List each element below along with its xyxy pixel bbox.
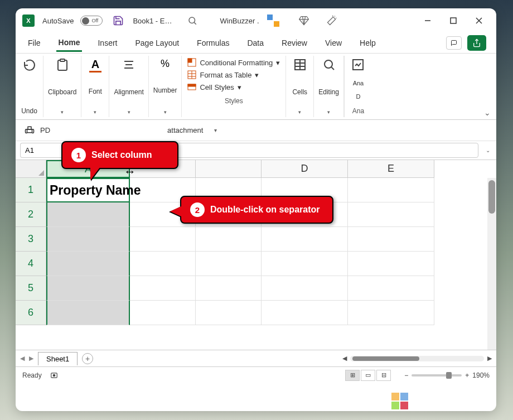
cell-a6[interactable] <box>46 301 130 325</box>
cell-a5[interactable] <box>46 276 130 301</box>
zoom-slider[interactable] <box>412 374 462 376</box>
scrollbar-thumb[interactable] <box>352 356 419 361</box>
tab-view[interactable]: View <box>323 35 344 51</box>
cell-d4[interactable] <box>262 252 348 276</box>
scrollbar-track[interactable] <box>350 356 484 361</box>
cell-e5[interactable] <box>348 276 434 301</box>
cell-d3[interactable] <box>262 227 348 252</box>
cell-c4[interactable] <box>196 252 262 276</box>
chevron-down-icon[interactable]: ▾ <box>214 127 217 133</box>
cell-c5[interactable] <box>196 276 262 301</box>
group-font[interactable]: A Font ▾ <box>81 56 109 117</box>
scroll-left-icon[interactable]: ◀ <box>342 355 347 362</box>
minimize-button[interactable] <box>415 8 441 33</box>
add-sheet-button[interactable]: + <box>82 353 93 364</box>
sheet-nav-next-icon[interactable]: ▶ <box>29 355 33 362</box>
tab-review[interactable]: Review <box>279 35 309 51</box>
tab-page-layout[interactable]: Page Layout <box>133 35 181 51</box>
horizontal-scrollbar[interactable]: ◀ ▶ <box>342 355 492 362</box>
undo-icon <box>23 58 36 71</box>
row-5: 5 <box>16 276 496 301</box>
cell-b3[interactable] <box>130 227 196 252</box>
cell-e4[interactable] <box>348 252 434 276</box>
save-icon[interactable] <box>113 15 124 26</box>
tab-home[interactable]: Home <box>56 35 83 52</box>
select-all-button[interactable] <box>16 160 46 178</box>
cell-a2[interactable] <box>46 202 130 227</box>
search-icon[interactable] <box>187 16 197 26</box>
maximize-button[interactable] <box>441 8 466 33</box>
cell-e3[interactable] <box>348 227 434 252</box>
tab-file[interactable]: File <box>26 35 43 51</box>
cell-e2[interactable] <box>348 202 434 227</box>
row-header-2[interactable]: 2 <box>16 202 46 227</box>
group-undo[interactable]: Undo <box>16 56 43 117</box>
diamond-icon[interactable] <box>298 15 309 26</box>
sheet-tab-sheet1[interactable]: Sheet1 <box>38 352 78 365</box>
tab-data[interactable]: Data <box>245 35 266 51</box>
cell-a4[interactable] <box>46 252 130 276</box>
cell-c6[interactable] <box>196 301 262 325</box>
row-header-4[interactable]: 4 <box>16 252 46 276</box>
cell-b5[interactable] <box>130 276 196 301</box>
cell-a1[interactable]: Property Name <box>46 178 130 202</box>
expand-formula-bar[interactable]: ⌄ <box>483 141 493 160</box>
sheet-nav-prev-icon[interactable]: ◀ <box>20 355 25 362</box>
collapse-ribbon-button[interactable]: ⌄ <box>484 108 491 117</box>
zoom-in-button[interactable]: + <box>465 371 469 379</box>
number-label: Number <box>153 86 177 94</box>
zoom-out-button[interactable]: − <box>404 371 408 379</box>
row-header-5[interactable]: 5 <box>16 276 46 301</box>
page-break-view-button[interactable]: ⊟ <box>376 370 391 381</box>
column-header-d[interactable]: D <box>262 160 348 178</box>
group-analyze[interactable]: Ana D Ana <box>344 56 372 117</box>
zoom-percent[interactable]: 190% <box>472 371 490 379</box>
group-editing[interactable]: Editing ▾ <box>314 56 344 117</box>
page-layout-view-button[interactable]: ▭ <box>361 370 375 381</box>
pdf-button-partial[interactable]: PD <box>40 126 50 134</box>
row-header-1[interactable]: 1 <box>16 178 46 202</box>
normal-view-button[interactable]: ⊞ <box>345 370 360 381</box>
group-clipboard[interactable]: Clipboard ▾ <box>43 56 81 117</box>
row-4: 4 <box>16 252 496 276</box>
cell-a1-value: Property Name <box>50 183 141 198</box>
attachment-label[interactable]: attachment <box>167 126 203 134</box>
cell-d5[interactable] <box>262 276 348 301</box>
account-name[interactable]: WinBuzzer . <box>220 17 259 25</box>
tab-insert[interactable]: Insert <box>95 35 119 51</box>
cell-b4[interactable] <box>130 252 196 276</box>
format-as-table-button[interactable]: Format as Table ▾ <box>187 70 280 79</box>
autosave-toggle[interactable]: Off <box>80 16 103 26</box>
wand-icon[interactable] <box>326 15 337 26</box>
analyze-group-label: Ana <box>352 107 364 115</box>
vertical-scrollbar[interactable] <box>487 178 496 350</box>
close-button[interactable] <box>466 8 492 33</box>
column-header-c[interactable] <box>196 160 262 178</box>
macro-recorder-icon[interactable] <box>50 371 59 379</box>
tab-help[interactable]: Help <box>357 35 378 51</box>
tab-formulas[interactable]: Formulas <box>195 35 231 51</box>
conditional-formatting-button[interactable]: Conditional Formatting ▾ <box>187 58 280 67</box>
cell-styles-button[interactable]: Cell Styles ▾ <box>187 83 280 91</box>
row-header-3[interactable]: 3 <box>16 227 46 252</box>
cell-b6[interactable] <box>130 301 196 325</box>
row-header-6[interactable]: 6 <box>16 301 46 325</box>
column-header-e[interactable]: E <box>348 160 434 178</box>
editing-label: Editing <box>318 88 339 96</box>
cell-d6[interactable] <box>262 301 348 325</box>
comments-button[interactable] <box>446 36 462 50</box>
group-alignment[interactable]: Alignment ▾ <box>109 56 148 117</box>
window-controls <box>415 8 492 33</box>
scroll-right-icon[interactable]: ▶ <box>487 355 492 362</box>
group-cells[interactable]: Cells ▾ <box>286 56 314 117</box>
cell-e1[interactable] <box>348 178 434 202</box>
cell-e6[interactable] <box>348 301 434 325</box>
group-number[interactable]: % Number ▾ <box>149 56 182 117</box>
account-avatar-icon[interactable] <box>267 15 279 27</box>
svg-rect-3 <box>451 18 456 23</box>
cell-c3[interactable] <box>196 227 262 252</box>
chevron-down-icon: ▾ <box>276 59 280 67</box>
share-button[interactable] <box>467 35 486 51</box>
cell-a3[interactable] <box>46 227 130 252</box>
scrollbar-thumb[interactable] <box>488 180 495 214</box>
